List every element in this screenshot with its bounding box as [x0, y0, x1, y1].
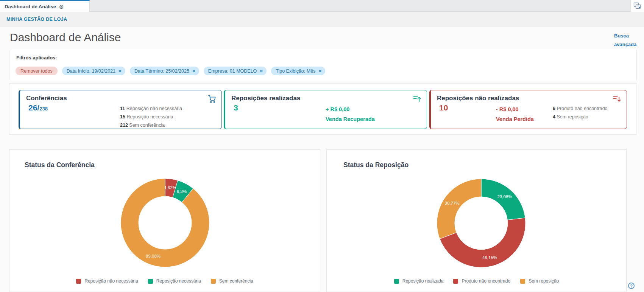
amount-label: Venda Perdida [496, 114, 534, 124]
legend-label: Sem reposição [529, 278, 559, 284]
value-current: 26 [28, 103, 37, 112]
filter-chip-label: Empresa: 01 MODELO [208, 68, 257, 74]
legend-swatch [76, 279, 81, 284]
tab-dashboard-de-analise[interactable]: Dashboard de Análise ⊗ [0, 0, 90, 12]
donut-chart-conferencia: 4,62%6,3%89,08% [120, 177, 211, 268]
detail-number: 212 [120, 123, 128, 128]
donut-slice-label: 89,08% [146, 254, 161, 258]
legend-item[interactable]: Reposição necessária [148, 278, 201, 284]
card-value: 3 [234, 103, 238, 112]
donut-slice-label: 6,3% [177, 189, 187, 194]
card-title: Reposições não realizadas [437, 95, 519, 102]
card-detail-line: 11 Reposição não necessária [120, 104, 182, 113]
card-detail-line: 212 Sem conferência [120, 121, 182, 129]
donut-slice[interactable] [437, 179, 481, 239]
close-all-tabs-icon [633, 2, 641, 9]
legend-item[interactable]: Produto não encontrado [453, 278, 510, 284]
card-conferencias[interactable]: Conferências 26/238 11 Reposição não nec… [19, 90, 222, 129]
card-title: Reposições realizadas [231, 95, 300, 102]
chart-card-status-conferencia: Status da Conferência 4,62%6,3%89,08% Re… [9, 149, 320, 292]
amount-label: Venda Recuperada [326, 114, 375, 124]
legend-item[interactable]: Sem conferência [211, 278, 253, 284]
remove-all-filters-button[interactable]: Remover todos [16, 67, 58, 75]
card-value: 10 [439, 103, 448, 112]
filter-chip-label: Data Início: 19/02/2021 [67, 68, 115, 74]
detail-number: 15 [120, 114, 125, 120]
filter-chip-close-icon[interactable]: × [260, 68, 263, 74]
applied-filters-panel: Filtros aplicados: Remover todos Data In… [9, 50, 637, 80]
detail-label: Sem conferência [128, 123, 165, 128]
amount-value: + R$ 0,00 [326, 104, 375, 114]
legend-label: Reposição realizada [402, 278, 444, 284]
tab-close-icon[interactable]: ⊗ [59, 4, 64, 9]
card-detail-line: 6 Produto não encontrado [553, 104, 608, 113]
filter-chip-close-icon[interactable]: × [119, 68, 122, 74]
filter-chip[interactable]: Tipo Exibição: Mês× [271, 67, 325, 75]
legend-label: Reposição não necessária [84, 278, 138, 284]
help-button[interactable]: ? [628, 283, 635, 289]
detail-label: Sem reposição [555, 114, 588, 120]
card-details: 11 Reposição não necessária15 Reposição … [120, 104, 182, 129]
card-value: 26/238 [28, 103, 48, 112]
legend-item[interactable]: Reposição realizada [394, 278, 444, 284]
legend-swatch [148, 279, 153, 284]
detail-number: 11 [120, 106, 125, 111]
filter-chip[interactable]: Data Início: 19/02/2021× [62, 67, 125, 75]
filter-chips: Remover todos Data Início: 19/02/2021×Da… [16, 67, 325, 75]
filter-chip[interactable]: Data Término: 25/02/2025× [130, 67, 199, 75]
legend-item[interactable]: Sem reposição [520, 278, 559, 284]
detail-label: Reposição não necessária [125, 106, 182, 111]
donut-slice-label: 46,15% [482, 255, 497, 260]
legend-swatch [453, 279, 458, 284]
value-current: 3 [234, 103, 238, 112]
advanced-search-link[interactable]: Busca avançada [614, 31, 641, 49]
breadcrumb: MINHA GESTÃO DE LOJA [6, 17, 67, 22]
kpi-panel: Conferências 26/238 11 Reposição não nec… [9, 83, 637, 135]
card-amount-block: - R$ 0,00 Venda Perdida [496, 104, 534, 124]
chart-legend: Reposição não necessáriaReposição necess… [9, 278, 320, 284]
tab-label: Dashboard de Análise [5, 4, 56, 9]
value-current: 10 [439, 103, 448, 112]
detail-label: Produto não encontrado [555, 106, 608, 111]
filter-chip-close-icon[interactable]: × [192, 68, 195, 74]
value-total: 238 [39, 106, 48, 112]
legend-swatch [211, 279, 216, 284]
page-title: Dashboard de Análise [10, 31, 121, 44]
donut-slice-label: 23,08% [497, 194, 512, 199]
detail-label: Reposição necessária [125, 114, 173, 120]
list-arrow-down-icon [613, 95, 621, 105]
donut-slice[interactable] [121, 179, 209, 267]
donut-slice[interactable] [481, 179, 525, 220]
chart-card-status-reposicao: Status da Reposição 23,08%46,15%30,77% R… [326, 149, 627, 292]
donut-chart-reposicao: 23,08%46,15%30,77% [436, 178, 527, 269]
detail-number: 4 [553, 114, 555, 120]
card-reposicoes-realizadas[interactable]: Reposições realizadas 3 + R$ 0,00 Venda … [224, 90, 427, 129]
legend-swatch [520, 279, 525, 284]
card-amount-block: + R$ 0,00 Venda Recuperada [326, 104, 375, 124]
chart-legend: Reposição realizadaProduto não encontrad… [327, 278, 626, 284]
cart-icon [207, 95, 216, 105]
list-arrow-up-icon [413, 95, 421, 105]
legend-swatch [394, 279, 399, 284]
module-header: MINHA GESTÃO DE LOJA [0, 12, 644, 27]
card-details: 6 Produto não encontrado4 Sem reposição [553, 104, 608, 121]
legend-item[interactable]: Reposição não necessária [76, 278, 138, 284]
filters-label: Filtros aplicados: [16, 55, 57, 61]
donut-slice-label: 4,62% [164, 185, 176, 190]
card-reposicoes-nao-realizadas[interactable]: Reposições não realizadas 10 - R$ 0,00 V… [429, 90, 627, 129]
close-all-tabs-button[interactable] [630, 0, 644, 12]
card-title: Conferências [26, 95, 67, 102]
detail-number: 6 [553, 106, 555, 111]
filter-chip-close-icon[interactable]: × [318, 68, 321, 74]
chart-title: Status da Reposição [343, 161, 409, 169]
filter-chip-label: Data Término: 25/02/2025 [134, 68, 189, 74]
filter-chip-label: Tipo Exibição: Mês [276, 68, 315, 74]
card-detail-line: 4 Sem reposição [553, 113, 608, 121]
amount-value: - R$ 0,00 [496, 104, 534, 114]
card-detail-line: 15 Reposição necessária [120, 113, 182, 121]
filter-chip[interactable]: Empresa: 01 MODELO× [204, 67, 267, 75]
chart-title: Status da Conferência [25, 161, 95, 169]
legend-label: Sem conferência [219, 278, 253, 284]
legend-label: Reposição necessária [156, 278, 201, 284]
tab-bar: Dashboard de Análise ⊗ [0, 0, 644, 12]
